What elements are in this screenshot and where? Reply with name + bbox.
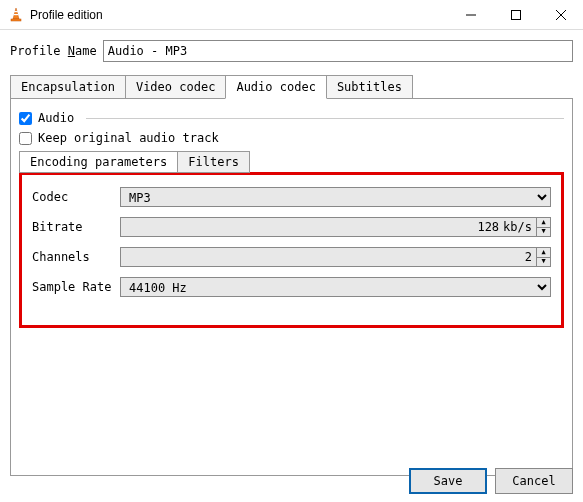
subtab-filters[interactable]: Filters bbox=[177, 151, 250, 173]
dialog-footer: Save Cancel bbox=[409, 468, 573, 494]
bitrate-spin-up-icon[interactable]: ▲ bbox=[537, 218, 550, 228]
channels-spin-down-icon[interactable]: ▼ bbox=[537, 258, 550, 267]
svg-rect-5 bbox=[511, 10, 520, 19]
vlc-cone-icon bbox=[8, 7, 24, 23]
subtab-encoding-parameters[interactable]: Encoding parameters bbox=[19, 151, 178, 173]
channels-spin-up-icon[interactable]: ▲ bbox=[537, 248, 550, 258]
sub-tabstrip: Encoding parameters Filters bbox=[19, 151, 564, 173]
svg-rect-1 bbox=[14, 11, 18, 12]
profile-name-label: Profile Name bbox=[10, 44, 97, 58]
keep-original-checkbox[interactable] bbox=[19, 132, 32, 145]
samplerate-select[interactable]: 44100 Hz bbox=[120, 277, 551, 297]
audio-checkbox-label: Audio bbox=[38, 111, 74, 125]
samplerate-label: Sample Rate bbox=[32, 280, 112, 294]
channels-input[interactable] bbox=[121, 248, 536, 266]
bitrate-spinbox[interactable]: kb/s ▲ ▼ bbox=[120, 217, 551, 237]
main-tabstrip: Encapsulation Video codec Audio codec Su… bbox=[10, 75, 573, 99]
titlebar: Profile edition bbox=[0, 0, 583, 30]
tab-subtitles[interactable]: Subtitles bbox=[326, 75, 413, 99]
encoding-parameters-panel: Codec MP3 Bitrate kb/s ▲ bbox=[19, 172, 564, 328]
codec-label: Codec bbox=[32, 190, 112, 204]
audio-checkbox-row: Audio bbox=[19, 111, 564, 125]
audio-checkbox[interactable] bbox=[19, 112, 32, 125]
svg-rect-2 bbox=[14, 14, 19, 15]
svg-rect-3 bbox=[11, 19, 21, 21]
keep-original-row: Keep original audio track bbox=[19, 131, 564, 145]
tab-encapsulation[interactable]: Encapsulation bbox=[10, 75, 126, 99]
codec-select[interactable]: MP3 bbox=[120, 187, 551, 207]
channels-spinbox[interactable]: ▲ ▼ bbox=[120, 247, 551, 267]
keep-original-label: Keep original audio track bbox=[38, 131, 219, 145]
bitrate-label: Bitrate bbox=[32, 220, 112, 234]
profile-name-row: Profile Name bbox=[10, 40, 573, 62]
maximize-button[interactable] bbox=[493, 0, 538, 30]
svg-marker-0 bbox=[13, 8, 19, 19]
channels-label: Channels bbox=[32, 250, 112, 264]
close-button[interactable] bbox=[538, 0, 583, 30]
profile-name-input[interactable] bbox=[103, 40, 573, 62]
minimize-button[interactable] bbox=[448, 0, 493, 30]
bitrate-input[interactable] bbox=[121, 218, 503, 236]
cancel-button[interactable]: Cancel bbox=[495, 468, 573, 494]
save-button[interactable]: Save bbox=[409, 468, 487, 494]
bitrate-unit: kb/s bbox=[503, 218, 536, 236]
tab-video-codec[interactable]: Video codec bbox=[125, 75, 226, 99]
window-title: Profile edition bbox=[30, 8, 448, 22]
tab-audio-codec[interactable]: Audio codec bbox=[225, 75, 326, 99]
bitrate-spin-down-icon[interactable]: ▼ bbox=[537, 228, 550, 237]
